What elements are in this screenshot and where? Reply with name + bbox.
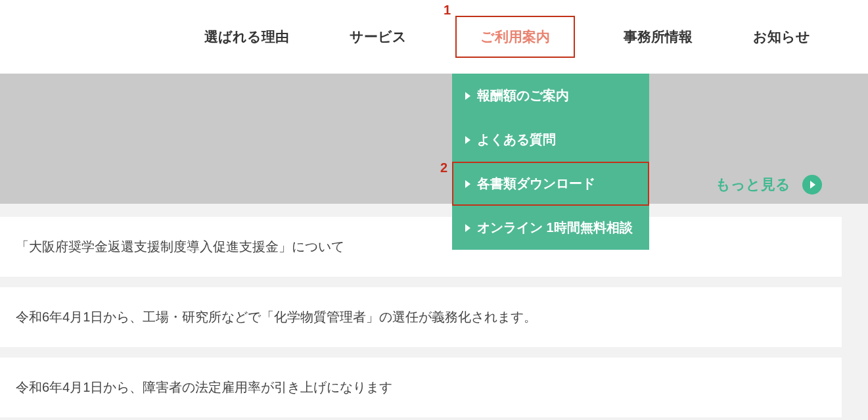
dropdown-label: オンライン 1時間無料相談 [477, 219, 636, 237]
dropdown-item-fees[interactable]: 報酬額のご案内 [452, 74, 649, 118]
chevron-right-icon [465, 224, 470, 232]
nav-label: お知らせ [753, 29, 810, 44]
dropdown-item-online-consult[interactable]: オンライン 1時間無料相談 [452, 206, 649, 250]
chevron-right-icon [465, 180, 470, 188]
guide-dropdown: 報酬額のご案内 よくある質問 2 各書類ダウンロード オンライン 1時間無料相談 [452, 74, 649, 250]
nav-item-office[interactable]: 事務所情報 [612, 21, 704, 53]
news-list-item[interactable]: 令和6年4月1日から、工場・研究所などで「化学物質管理者」の選任が義務化されます… [0, 287, 842, 347]
dropdown-label: よくある質問 [477, 131, 636, 149]
nav-label: 選ばれる理由 [204, 29, 289, 44]
dropdown-label: 報酬額のご案内 [477, 87, 636, 105]
chevron-right-icon [810, 181, 815, 189]
annotation-badge-1: 1 [444, 3, 451, 18]
news-section: もっと見る 「大阪府奨学金返還支援制度導入促進支援金」について 令和6年4月1日… [0, 204, 868, 420]
main-navigation: 選ばれる理由 サービス 1 ご利用案内 事務所情報 お知らせ [0, 0, 868, 74]
news-title: 令和6年4月1日から、障害者の法定雇用率が引き上げになります [16, 380, 392, 394]
news-list-item[interactable]: 「大阪府奨学金返還支援制度導入促進支援金」について [0, 217, 842, 277]
news-title: 令和6年4月1日から、工場・研究所などで「化学物質管理者」の選任が義務化されます… [16, 310, 537, 324]
nav-item-news[interactable]: お知らせ [741, 21, 822, 53]
annotation-badge-2: 2 [440, 160, 447, 175]
chevron-right-icon [465, 136, 470, 144]
chevron-right-icon [465, 92, 470, 100]
more-circle-icon [802, 175, 822, 195]
dropdown-item-downloads[interactable]: 2 各書類ダウンロード [452, 162, 649, 206]
nav-label: サービス [350, 29, 407, 44]
more-link-label: もっと見る [716, 175, 790, 195]
news-title: 「大阪府奨学金返還支援制度導入促進支援金」について [16, 239, 344, 254]
more-link[interactable]: もっと見る [716, 175, 822, 195]
nav-label: ご利用案内 [480, 29, 550, 44]
nav-item-service[interactable]: サービス [338, 21, 419, 53]
dropdown-item-faq[interactable]: よくある質問 [452, 118, 649, 162]
nav-item-reasons[interactable]: 選ばれる理由 [193, 21, 301, 53]
news-list-item[interactable]: 令和6年4月1日から、障害者の法定雇用率が引き上げになります [0, 358, 842, 417]
nav-label: 事務所情報 [624, 29, 693, 44]
dropdown-label: 各書類ダウンロード [477, 175, 636, 193]
nav-item-guide[interactable]: 1 ご利用案内 [455, 16, 575, 58]
